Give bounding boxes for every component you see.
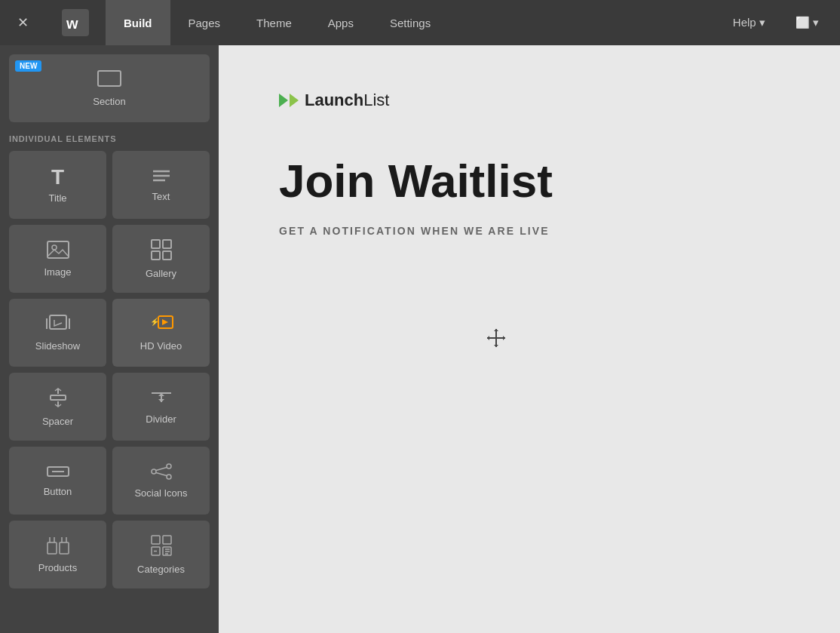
weebly-logo[interactable]: w — [45, 0, 106, 45]
element-title-label: Title — [48, 192, 66, 204]
help-button[interactable]: Help ▾ — [718, 0, 780, 45]
close-icon: ✕ — [17, 14, 29, 31]
products-icon — [47, 536, 69, 558]
canvas[interactable]: LaunchList Join Waitlist GET A NOTIFICAT… — [219, 45, 840, 633]
new-badge: NEW — [15, 60, 41, 72]
tab-settings[interactable]: Settings — [372, 0, 449, 45]
svg-rect-35 — [152, 536, 160, 544]
social-icons-icon — [150, 463, 173, 483]
sidebar: NEW Section INDIVIDUAL ELEMENTS T Title — [0, 45, 219, 633]
logo-chevrons — [279, 94, 299, 107]
slideshow-icon — [46, 315, 70, 336]
element-button[interactable]: Button — [9, 447, 106, 515]
element-spacer[interactable]: Spacer — [9, 373, 106, 441]
svg-text:w: w — [66, 15, 78, 32]
element-slideshow-label: Slideshow — [35, 340, 80, 352]
logo: LaunchList — [279, 91, 780, 110]
nav-right: Help ▾ ⬜ ▾ — [718, 0, 840, 45]
svg-rect-12 — [50, 315, 66, 329]
button-icon — [47, 465, 69, 481]
divider-icon — [150, 389, 173, 409]
svg-line-28 — [156, 472, 167, 475]
svg-rect-30 — [60, 542, 69, 554]
element-products[interactable]: Products — [9, 521, 106, 588]
svg-rect-36 — [163, 536, 171, 544]
gallery-icon — [151, 239, 172, 263]
logo-text: LaunchList — [305, 91, 389, 110]
element-gallery[interactable]: Gallery — [112, 225, 210, 293]
element-social-icons-label: Social Icons — [134, 487, 187, 499]
elements-grid: T Title Text — [9, 151, 210, 588]
svg-rect-11 — [163, 251, 171, 260]
svg-rect-9 — [163, 240, 171, 248]
svg-rect-10 — [152, 251, 160, 260]
section-element[interactable]: NEW Section — [9, 54, 210, 122]
hero-subtitle: GET A NOTIFICATION WHEN WE ARE LIVE — [279, 225, 780, 237]
chevron-1-icon — [279, 94, 288, 107]
text-icon — [152, 168, 171, 186]
svg-point-24 — [167, 464, 171, 469]
element-hd-video[interactable]: ⚡ HD Video — [112, 299, 210, 367]
hd-video-icon: ⚡ — [149, 315, 173, 336]
svg-line-27 — [156, 467, 167, 470]
element-image-label: Image — [44, 266, 71, 278]
element-image[interactable]: Image — [9, 225, 106, 293]
element-slideshow[interactable]: Slideshow — [9, 299, 106, 367]
chevron-2-icon — [290, 94, 299, 107]
element-text[interactable]: Text — [112, 151, 210, 219]
svg-point-25 — [152, 469, 156, 474]
tab-theme[interactable]: Theme — [238, 0, 310, 45]
element-gallery-label: Gallery — [146, 268, 176, 279]
categories-icon — [151, 535, 172, 559]
svg-point-26 — [167, 475, 171, 479]
main-area: NEW Section INDIVIDUAL ELEMENTS T Title — [0, 45, 840, 633]
device-button[interactable]: ⬜ ▾ — [783, 0, 831, 45]
tab-apps[interactable]: Apps — [310, 0, 372, 45]
element-products-label: Products — [38, 562, 77, 573]
hero-title: Join Waitlist — [279, 155, 780, 207]
elements-heading: INDIVIDUAL ELEMENTS — [9, 134, 210, 143]
nav-tabs: Build Pages Theme Apps Settings — [106, 0, 718, 45]
element-spacer-label: Spacer — [42, 416, 73, 427]
element-title[interactable]: T Title — [9, 151, 106, 219]
tab-pages[interactable]: Pages — [170, 0, 239, 45]
svg-rect-2 — [98, 71, 121, 86]
element-button-label: Button — [44, 486, 72, 497]
element-hd-video-label: HD Video — [140, 340, 182, 352]
svg-rect-15 — [51, 395, 66, 400]
image-icon — [47, 241, 69, 262]
element-categories[interactable]: Categories — [112, 521, 210, 588]
svg-rect-6 — [48, 241, 69, 258]
element-divider-label: Divider — [146, 413, 176, 425]
spacer-icon — [48, 387, 69, 411]
canvas-content: LaunchList Join Waitlist GET A NOTIFICAT… — [219, 45, 840, 633]
top-nav: ✕ w Build Pages Theme Apps Settings Help… — [0, 0, 840, 45]
tab-build[interactable]: Build — [106, 0, 170, 45]
element-text-label: Text — [152, 191, 170, 202]
svg-rect-8 — [152, 240, 160, 248]
section-icon — [97, 70, 121, 91]
element-social-icons[interactable]: Social Icons — [112, 447, 210, 515]
title-icon: T — [51, 167, 64, 188]
element-categories-label: Categories — [137, 564, 185, 575]
section-label: Section — [93, 96, 125, 107]
svg-rect-29 — [48, 542, 57, 554]
close-button[interactable]: ✕ — [0, 0, 45, 45]
move-cursor — [486, 327, 507, 353]
element-divider[interactable]: Divider — [112, 373, 210, 441]
svg-marker-20 — [158, 399, 164, 402]
